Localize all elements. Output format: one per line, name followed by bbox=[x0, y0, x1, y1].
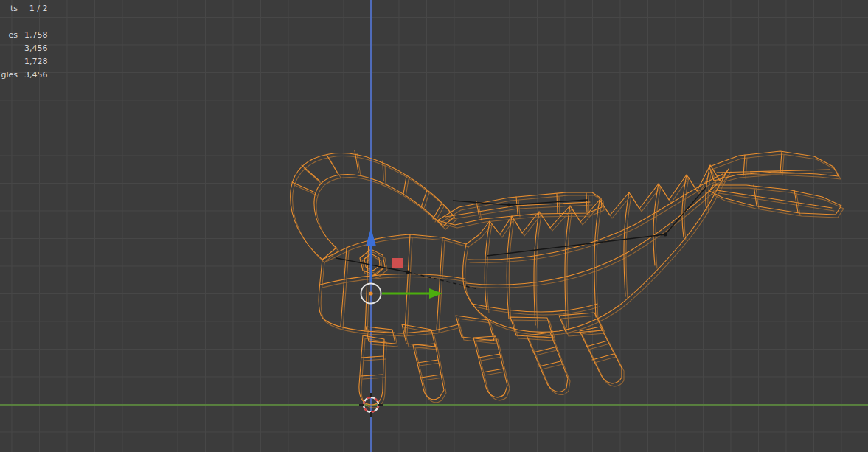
stat-row-faces: 1,728 bbox=[0, 55, 48, 69]
bone-joint bbox=[406, 271, 410, 274]
viewport-3d[interactable]: ts 1 / 2 es 1,758 3,456 1,728 gles 3,456 bbox=[0, 0, 868, 452]
stat-value: 3,456 bbox=[23, 42, 48, 55]
viewport-overlay-svg bbox=[0, 0, 868, 452]
gizmo-blue-axis-arrowhead[interactable] bbox=[366, 228, 376, 246]
stat-value: 1 / 2 bbox=[23, 2, 48, 15]
stat-value: 1,758 bbox=[23, 29, 48, 42]
bone-joint bbox=[664, 233, 667, 237]
stats-overlay: ts 1 / 2 es 1,758 3,456 1,728 gles 3,456 bbox=[0, 2, 48, 82]
stat-row-triangles: gles 3,456 bbox=[0, 69, 48, 82]
stat-row-edges: 3,456 bbox=[0, 42, 48, 55]
gizmo-green-axis-arrowhead[interactable] bbox=[429, 288, 442, 299]
gizmo-red-axis-handle[interactable] bbox=[392, 258, 403, 268]
wireframe-edges bbox=[291, 150, 841, 405]
wireframe-model[interactable] bbox=[291, 150, 844, 408]
bone-joint bbox=[507, 204, 511, 207]
stat-label: es bbox=[0, 29, 18, 42]
wireframe-backside-edges bbox=[293, 153, 844, 408]
stat-label: gles bbox=[0, 69, 18, 82]
stat-value: 3,456 bbox=[23, 69, 48, 82]
stat-row-vertices: es 1,758 bbox=[0, 29, 48, 42]
stat-row-objects: ts 1 / 2 bbox=[0, 2, 48, 15]
gizmo-center-dot bbox=[369, 291, 372, 295]
stat-label: ts bbox=[0, 2, 18, 15]
stat-value: 1,728 bbox=[23, 55, 48, 69]
